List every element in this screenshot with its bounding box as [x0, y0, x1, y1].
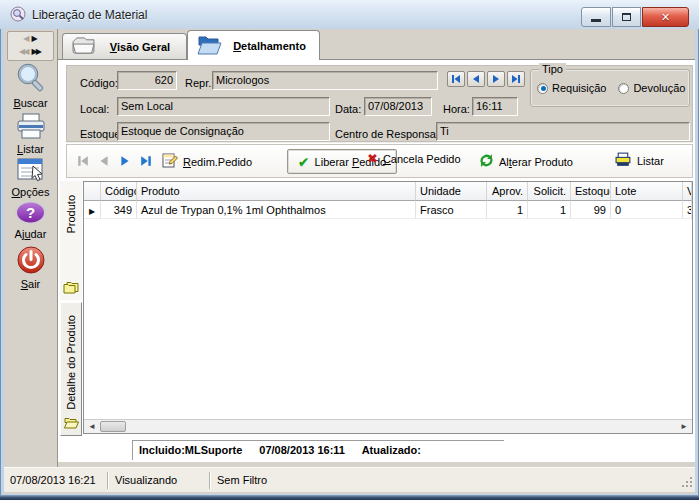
- cell-estoque[interactable]: 99: [571, 201, 611, 219]
- side-tab-label: Detalhe do Produto: [65, 315, 77, 410]
- skip-first-icon: [451, 74, 461, 84]
- nav-next-icon[interactable]: ▶: [32, 34, 38, 43]
- prev-record-button[interactable]: [467, 71, 485, 87]
- nav-prev-icon[interactable]: ◀: [23, 34, 29, 43]
- scroll-right-icon[interactable]: ►: [676, 420, 692, 433]
- sidebar-item-label: Buscar: [4, 97, 57, 109]
- cell-aprov[interactable]: 1: [487, 201, 528, 219]
- grid-col-v[interactable]: V: [683, 182, 692, 201]
- incluido-datetime: 07/08/2013 16:11: [259, 444, 345, 456]
- cell-v[interactable]: 3: [683, 201, 692, 219]
- grid-col-lote[interactable]: Lote: [611, 182, 683, 201]
- skip-first-icon[interactable]: [77, 155, 89, 167]
- resize-grip[interactable]: [681, 476, 693, 490]
- printer-icon: [15, 130, 47, 142]
- atualizado-text: Atualizado:: [362, 444, 421, 456]
- status-mode: Visualizando: [109, 474, 209, 486]
- repr-field[interactable]: Micrologos: [212, 71, 438, 90]
- radio-selected-icon: [537, 83, 548, 94]
- listar-label: Listar: [637, 155, 664, 167]
- next-record-button[interactable]: [487, 71, 505, 87]
- codigo-field[interactable]: 620: [117, 71, 177, 90]
- grid-indicator-header: [84, 182, 101, 201]
- cancela-pedido-button[interactable]: ✖ Cancela Pedido: [367, 153, 461, 165]
- grid-col-codigo[interactable]: Código: [101, 182, 137, 201]
- data-label: Data:: [335, 103, 361, 115]
- sidebar-item-buscar[interactable]: Buscar: [4, 62, 57, 109]
- tab-visao-geral[interactable]: Visão Geral: [62, 33, 187, 59]
- app-icon: [10, 6, 26, 22]
- side-tab-label: Produto: [65, 195, 77, 234]
- folder-closed-icon: [71, 36, 96, 57]
- products-grid[interactable]: Código Produto Unidade Aprov. Solicit. E…: [83, 181, 693, 434]
- last-record-button[interactable]: [507, 71, 525, 87]
- maximize-icon: [622, 13, 631, 21]
- actions-toolbar: Redim.Pedido ✔ Liberar Pedido ✖ Cancela …: [66, 144, 693, 178]
- x-icon: ✖: [367, 153, 378, 165]
- cell-solicit[interactable]: 1: [528, 201, 571, 219]
- grid-row[interactable]: ▶ 349 Azul de Trypan 0,1% 1ml Ophthalmos…: [84, 201, 692, 219]
- svg-text:?: ?: [26, 204, 35, 221]
- cancela-pedido-label: Cancela Pedido: [383, 153, 461, 165]
- nav-first-icon[interactable]: ◀◀: [19, 47, 27, 56]
- detalhamento-sheet: Código: 620 Repr.: Micrologos Local: Sem…: [58, 59, 695, 462]
- prev-icon[interactable]: [98, 155, 110, 167]
- header-form-panel: Código: 620 Repr.: Micrologos Local: Sem…: [66, 65, 693, 142]
- toolbar-nav: [77, 155, 152, 167]
- status-datetime: 07/08/2013 16:21: [4, 474, 107, 486]
- next-icon[interactable]: [119, 155, 131, 167]
- side-tab-detalhe-do-produto[interactable]: Detalhe do Produto: [60, 302, 82, 436]
- estoque-field[interactable]: Estoque de Consignação: [117, 122, 330, 141]
- detail-side-tabs: Produto Detalhe do Produto: [60, 181, 83, 436]
- hora-field[interactable]: 16:11: [472, 97, 518, 116]
- radio-unselected-icon: [618, 83, 629, 94]
- grid-col-solicit[interactable]: Solicit.: [528, 182, 571, 201]
- cell-codigo[interactable]: 349: [101, 201, 137, 219]
- record-audit-status: Incluido:MLSuporte 07/08/2013 16:11 Atua…: [132, 440, 504, 460]
- maximize-button[interactable]: [612, 7, 641, 27]
- data-field[interactable]: 07/08/2013: [364, 97, 432, 116]
- grid-col-produto[interactable]: Produto: [137, 182, 416, 201]
- cell-produto[interactable]: Azul de Trypan 0,1% 1ml Ophthalmos: [137, 201, 416, 219]
- grid-col-estoque[interactable]: Estoque: [571, 182, 611, 201]
- alterar-produto-button[interactable]: Alterar Produto: [479, 153, 573, 170]
- minimize-icon: [591, 19, 601, 22]
- minimize-button[interactable]: [581, 7, 611, 27]
- cell-lote[interactable]: 0: [611, 201, 683, 219]
- incluido-text: Incluido:MLSuporte: [139, 444, 242, 456]
- listar-button[interactable]: Listar: [615, 152, 664, 169]
- sidebar-item-opcoes[interactable]: Opções: [4, 157, 57, 198]
- local-field[interactable]: Sem Local: [117, 97, 330, 116]
- side-tab-produto[interactable]: Produto: [60, 181, 82, 300]
- tab-detalhamento[interactable]: Detalhamento: [187, 30, 320, 60]
- nav-last-icon[interactable]: ▶▶: [32, 47, 40, 56]
- grid-hscrollbar[interactable]: ◄ ►: [84, 419, 692, 433]
- skip-last-icon[interactable]: [140, 155, 152, 167]
- record-navigator-pad[interactable]: ◀ ▶ ◀◀ ▶▶: [7, 31, 54, 61]
- centro-field[interactable]: Ti: [436, 122, 690, 141]
- sidebar-item-sair[interactable]: Sair: [4, 245, 57, 290]
- row-indicator-icon: ▶: [89, 207, 95, 216]
- sidebar-item-ajudar[interactable]: ? Ajudar: [4, 200, 57, 240]
- first-record-button[interactable]: [447, 71, 465, 87]
- sidebar-item-listar[interactable]: Listar: [4, 113, 57, 155]
- main-tabs: Visão Geral Detalhamento: [58, 29, 695, 59]
- window-bottom-edge: [0, 495, 699, 500]
- grid-col-unidade[interactable]: Unidade: [416, 182, 487, 201]
- help-icon: ?: [14, 215, 47, 227]
- scroll-left-icon[interactable]: ◄: [84, 420, 100, 433]
- radio-requisicao[interactable]: Requisição: [537, 82, 606, 94]
- printer-small-icon: [615, 152, 632, 169]
- scroll-thumb[interactable]: [100, 421, 126, 432]
- radio-devolucao[interactable]: Devolução: [618, 82, 685, 94]
- power-icon: [16, 265, 46, 277]
- grid-col-aprov[interactable]: Aprov.: [487, 182, 528, 201]
- row-indicator: ▶: [84, 201, 101, 219]
- redim-pedido-button[interactable]: Redim.Pedido: [161, 152, 252, 171]
- cell-unidade[interactable]: Frasco: [416, 201, 487, 219]
- refresh-icon: [479, 153, 494, 170]
- prev-icon: [471, 74, 481, 84]
- close-button[interactable]: ✕: [642, 7, 689, 27]
- tab-label: Visão Geral: [102, 41, 178, 53]
- window-title: Liberação de Material: [32, 8, 147, 22]
